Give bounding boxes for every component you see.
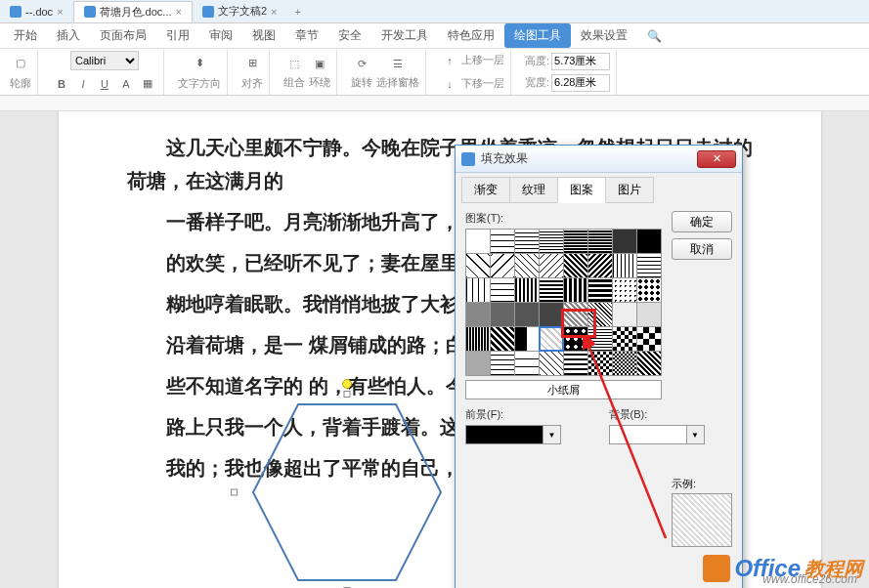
menu-start[interactable]: 开始 [4,23,47,48]
underline-button[interactable]: U [95,74,114,94]
pattern-cell[interactable] [466,352,490,375]
pattern-cell[interactable] [540,254,563,277]
pattern-cell[interactable] [491,327,514,351]
wrap-button[interactable]: ▣ [310,54,329,73]
pattern-cell[interactable] [613,230,636,253]
pattern-cell[interactable] [588,278,612,302]
pattern-cell[interactable] [466,278,490,302]
pattern-cell[interactable] [540,303,563,326]
width-input[interactable] [551,74,610,92]
pattern-cell[interactable] [466,254,490,277]
move-down-button[interactable]: ↓ [440,74,459,94]
rotate-button[interactable]: ⟳ [352,54,371,73]
menu-view[interactable]: 视图 [242,23,285,48]
pattern-cell[interactable] [613,352,636,375]
sample-preview [672,493,732,547]
menu-special[interactable]: 特色应用 [438,23,504,48]
font-color-button[interactable]: A [116,74,136,94]
pattern-cell[interactable] [637,352,661,375]
pattern-cell[interactable] [613,327,636,351]
tab-pattern[interactable]: 图案 [557,177,606,203]
pattern-cell[interactable] [613,278,636,302]
pattern-cell[interactable] [540,352,563,375]
pattern-cell[interactable] [491,254,514,277]
pattern-cell[interactable] [588,230,612,253]
pattern-cell[interactable] [515,352,539,375]
pattern-cell[interactable] [564,278,587,302]
ok-button[interactable]: 确定 [672,211,732,232]
menu-review[interactable]: 审阅 [199,23,242,48]
height-input[interactable] [551,53,610,70]
pattern-cell[interactable] [564,254,587,277]
menu-effect-settings[interactable]: 效果设置 [571,23,637,48]
pattern-cell[interactable] [564,327,587,351]
bold-button[interactable]: B [52,74,71,94]
pattern-cell[interactable] [540,327,563,351]
pattern-cell[interactable] [515,230,539,253]
text-direction-icon[interactable]: ⬍ [190,53,209,72]
pattern-cell[interactable] [466,327,490,351]
move-up-button[interactable]: ↑ [440,51,459,70]
dialog-titlebar[interactable]: 填充效果 ✕ [456,146,742,173]
pattern-cell[interactable] [637,254,661,277]
shape-style-button[interactable]: ▢ [11,53,30,72]
select-pane-button[interactable]: ☰ [388,54,408,73]
menu-references[interactable]: 引用 [156,23,199,48]
search-icon[interactable]: 🔍 [637,25,672,47]
pattern-cell[interactable] [564,230,587,253]
italic-button[interactable]: I [73,74,93,94]
menu-security[interactable]: 安全 [328,23,371,48]
pattern-cell[interactable] [466,303,490,326]
highlight-button[interactable]: ▦ [138,74,157,94]
pattern-cell[interactable] [491,230,514,253]
pattern-cell[interactable] [515,278,539,302]
pattern-cell[interactable] [491,278,514,302]
tab-gradient[interactable]: 渐变 [461,177,510,203]
pattern-cell[interactable] [637,303,661,326]
pattern-cell[interactable] [491,303,514,326]
pattern-cell[interactable] [540,230,563,253]
pattern-cell[interactable] [637,327,661,351]
tab-doc-1[interactable]: --.doc × [0,3,73,21]
add-tab-button[interactable]: + [287,6,309,18]
pattern-cell[interactable] [588,254,612,277]
close-icon[interactable]: × [271,6,277,18]
pattern-cell[interactable] [515,254,539,277]
pattern-cell[interactable] [540,278,563,302]
pattern-cell[interactable] [466,230,490,253]
pattern-cell[interactable] [637,278,661,302]
rotate-handle[interactable] [342,379,352,389]
menu-insert[interactable]: 插入 [47,23,90,48]
pattern-cell[interactable] [515,327,539,351]
pattern-cell[interactable] [515,303,539,326]
tab-doc-3[interactable]: 文字文稿2 × [193,1,287,21]
tab-picture[interactable]: 图片 [605,177,654,203]
pattern-cell[interactable] [588,327,612,351]
pattern-cell[interactable] [613,303,636,326]
resize-handle[interactable] [231,489,238,496]
foreground-color-select[interactable]: ▼ [465,425,561,444]
tab-texture[interactable]: 纹理 [509,177,558,203]
pattern-cell[interactable] [491,352,514,375]
pattern-cell[interactable] [588,352,612,375]
close-icon[interactable]: × [57,6,63,18]
font-select[interactable]: Calibri [70,51,139,70]
menu-developer[interactable]: 开发工具 [371,23,438,48]
pattern-cell[interactable] [613,254,636,277]
close-icon[interactable]: × [176,6,182,18]
resize-handle[interactable] [344,391,351,398]
pattern-cell[interactable] [637,230,661,253]
tab-doc-2[interactable]: 荷塘月色.doc... × [73,1,193,22]
cancel-button[interactable]: 取消 [672,238,732,260]
background-color-select[interactable]: ▼ [609,425,705,444]
menu-section[interactable]: 章节 [285,23,328,48]
menu-page-layout[interactable]: 页面布局 [90,23,156,48]
hexagon-shape[interactable] [235,395,459,588]
pattern-cell[interactable] [588,303,612,326]
group-button[interactable]: ⬚ [284,54,304,73]
pattern-cell[interactable] [564,303,587,326]
align-icon[interactable]: ⊞ [242,53,262,72]
close-button[interactable]: ✕ [697,150,736,168]
menu-drawing-tools[interactable]: 绘图工具 [504,23,571,48]
pattern-cell[interactable] [564,352,587,375]
